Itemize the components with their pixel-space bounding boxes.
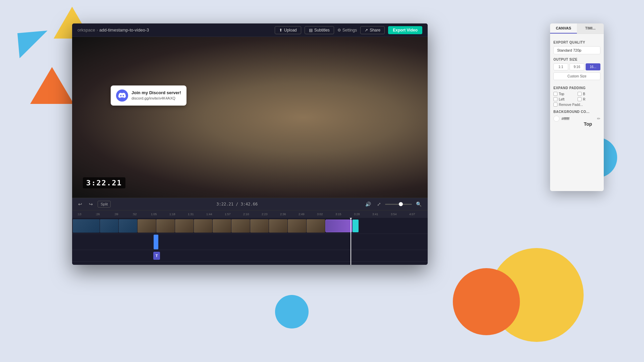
decorative-blue-triangle (17, 31, 50, 58)
size-9-16-label: 9:16 (574, 65, 580, 69)
quality-button[interactable]: Standard 720p (553, 46, 600, 54)
settings-label: Settings (342, 28, 357, 33)
tab-timing-label: TIMI... (585, 26, 595, 30)
pad-bottom-checkbox[interactable] (578, 92, 582, 96)
pad-right-checkbox[interactable] (578, 97, 582, 101)
settings-button[interactable]: ⚙ Settings (337, 28, 357, 33)
remove-pad-label: Remove Padd... (559, 103, 583, 107)
discord-card-title: Join my Discord server! (131, 90, 181, 96)
pad-top-checkbox[interactable] (553, 92, 557, 96)
split-button[interactable]: Split (98, 201, 111, 207)
ruler-mark: 2:10 (243, 213, 249, 216)
panel-content: EXPORT QUALITY Standard 720p OUTPUT SIZE… (550, 34, 604, 125)
upload-label: Upload (284, 28, 297, 33)
size-9-16[interactable]: 9:16 (570, 63, 584, 70)
bg-color-label: BACKGROUND CO... (553, 110, 600, 114)
share-button[interactable]: ↗ Share (360, 26, 385, 34)
ruler-mark: 1:57 (225, 213, 231, 216)
share-icon: ↗ (365, 28, 368, 33)
video-person (72, 37, 428, 198)
remove-padding: Remove Padd... (553, 103, 600, 107)
export-label: Export Video (393, 28, 418, 33)
subtitles-label: Subtitles (314, 28, 330, 33)
upload-button[interactable]: ⬆ Upload (275, 26, 301, 34)
thumb (73, 219, 100, 233)
breadcrumb-workspace: orkspace (77, 27, 95, 33)
discord-logo-icon (116, 89, 128, 102)
timestamp-overlay: 3:22.21 (83, 177, 125, 188)
controls-bar: ↩ ↪ Split 3:22.21 / 3:42.66 🔊 ⤢ 🔍 (72, 198, 428, 210)
topbar: orkspace › add-timestamp-to-video-3 ⬆ Up… (72, 23, 428, 37)
share-label: Share (370, 28, 380, 33)
thumb (307, 219, 325, 233)
ruler-mark: 3:28 (354, 213, 360, 216)
tracks-area: T (72, 218, 428, 265)
thumb (119, 219, 137, 233)
breadcrumb-page: add-timestamp-to-video-3 (99, 27, 149, 33)
size-16-9[interactable]: 16... (586, 63, 600, 70)
tab-canvas[interactable]: CANVAS (550, 23, 577, 34)
fit-button[interactable]: ⤢ (375, 201, 383, 207)
decorative-orange-circle (453, 268, 520, 335)
text-track: T (72, 250, 428, 262)
ruler-mark: 3:41 (372, 213, 378, 216)
pad-top-label: Top (559, 92, 564, 96)
pad-bottom-label: B (583, 92, 585, 96)
bg-color-hex: #ffffff (561, 117, 569, 121)
ruler-mark: :39 (114, 213, 118, 216)
mute-button[interactable]: 🔊 (363, 201, 373, 207)
video-background: Join my Discord server! discord.gg/invit… (72, 37, 428, 198)
size-16-9-label: 16... (590, 65, 596, 69)
ruler-mark: 1:44 (206, 213, 212, 216)
export-button[interactable]: Export Video (388, 26, 422, 34)
edit-color-icon[interactable]: ✏ (597, 116, 600, 121)
padding-options: Top B Left R (553, 92, 600, 101)
purple-clip (325, 220, 352, 232)
track-spacer (73, 235, 153, 249)
editor-window: orkspace › add-timestamp-to-video-3 ⬆ Up… (72, 23, 428, 265)
undo-button[interactable]: ↩ (76, 201, 84, 207)
decorative-blue-circle-bottom (275, 295, 309, 328)
pad-left-checkbox[interactable] (553, 97, 557, 101)
zoom-in-button[interactable]: 🔍 (414, 201, 424, 207)
tab-timing[interactable]: TIMI... (577, 23, 604, 34)
ruler-mark: 2:23 (262, 213, 268, 216)
thumb (231, 219, 250, 233)
timeline: :13 :26 :39 :52 1:05 1:18 1:31 1:44 1:57… (72, 210, 428, 265)
discord-card-link: discord.gg/invite/x4K4AXQ (131, 96, 181, 101)
size-options: 1:1 9:16 16... (553, 63, 600, 70)
top-label: Top (584, 121, 592, 127)
video-area: Join my Discord server! discord.gg/invit… (72, 37, 428, 198)
output-size-label: OUTPUT SIZE (553, 58, 600, 61)
redo-button[interactable]: ↪ (87, 201, 95, 207)
playhead[interactable] (351, 218, 351, 265)
ruler-mark: 4:07 (409, 213, 415, 216)
pad-right: R (578, 97, 600, 101)
discord-card-text: Join my Discord server! discord.gg/invit… (131, 90, 181, 101)
ruler-mark: 1:31 (188, 213, 194, 216)
selection-marker[interactable] (154, 235, 158, 249)
ruler-mark: 2:36 (280, 213, 286, 216)
text-clip[interactable]: T (153, 252, 160, 260)
ruler-mark: 2:49 (299, 213, 305, 216)
controls-left: ↩ ↪ Split (76, 201, 111, 207)
subtitles-button[interactable]: ▤ Subtitles (305, 26, 334, 34)
thumb (100, 219, 118, 233)
thumb (138, 219, 156, 233)
ruler-mark: 3:02 (317, 213, 323, 216)
bg-color-swatch[interactable] (553, 116, 559, 122)
bg-color-row: #ffffff ✏ (553, 116, 600, 122)
thumb (194, 219, 212, 233)
custom-size-button[interactable]: Custom Size (553, 72, 600, 80)
panel-tabs: CANVAS TIMI... (550, 23, 604, 34)
thumb (269, 219, 287, 233)
size-1-1[interactable]: 1:1 (553, 63, 568, 70)
ruler-mark: 1:18 (169, 213, 175, 216)
pad-left-label: Left (559, 98, 565, 101)
video-track-2 (72, 234, 428, 250)
remove-pad-checkbox[interactable] (553, 103, 557, 107)
zoom-slider[interactable] (385, 204, 412, 205)
size-1-1-label: 1:1 (558, 65, 563, 69)
cyan-clip (353, 220, 359, 232)
pad-top: Top (553, 92, 576, 96)
